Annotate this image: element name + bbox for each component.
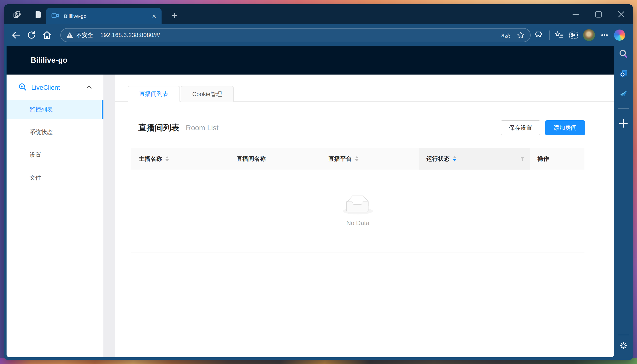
app-header: Bililive-go xyxy=(7,46,614,74)
browser-tab[interactable]: Bililive-go × xyxy=(46,8,162,24)
extensions-icon[interactable] xyxy=(535,30,545,40)
sidebar-group-label: LiveClient xyxy=(31,84,86,92)
close-icon[interactable] xyxy=(617,10,626,19)
column-header-anchor-name[interactable]: 主播名称 xyxy=(131,148,229,170)
sidebar-item-label: 设置 xyxy=(30,151,41,159)
no-data-text: No Data xyxy=(346,219,369,227)
page-subtitle: Room List xyxy=(186,124,218,132)
profile-avatar[interactable] xyxy=(583,29,595,41)
add-sidebar-app-icon[interactable] xyxy=(618,118,628,128)
minimize-icon[interactable] xyxy=(571,10,580,19)
sidebar-divider xyxy=(618,108,629,109)
column-header-room-name: 直播间名称 xyxy=(229,148,321,170)
tab-label: Cookie管理 xyxy=(192,90,222,98)
site-security-badge[interactable]: 不安全 xyxy=(66,32,93,39)
sidebar-group-liveclient[interactable]: LiveClient xyxy=(7,80,103,95)
brand-title: Bililive-go xyxy=(31,56,67,64)
window-controls xyxy=(571,4,626,24)
sidebar-item-system-status[interactable]: 系统状态 xyxy=(7,122,103,142)
chevron-up-icon xyxy=(86,85,92,90)
browser-window: Bililive-go × + xyxy=(4,4,633,360)
security-label: 不安全 xyxy=(76,32,93,39)
search-icon[interactable] xyxy=(618,49,628,59)
sort-carets-icon xyxy=(165,156,169,162)
room-table: 主播名称 直播间名称 直播平台 运行状态 xyxy=(131,148,584,252)
tab-cookie-manage[interactable]: Cookie管理 xyxy=(181,86,234,102)
workspaces-icon[interactable] xyxy=(13,10,22,20)
outlook-icon[interactable] xyxy=(618,69,628,79)
live-monitor-icon xyxy=(18,83,27,92)
column-header-actions: 操作 xyxy=(530,148,584,170)
address-bar[interactable]: 不安全 192.168.3.238:8080/#/ aあ xyxy=(60,28,531,42)
new-tab-button[interactable]: + xyxy=(168,9,181,22)
toolbar-right xyxy=(535,29,625,41)
sidebar-item-monitor-list[interactable]: 监控列表 xyxy=(7,100,103,119)
translate-icon[interactable]: aあ xyxy=(501,31,511,39)
sidebar-content-gap xyxy=(103,74,115,357)
tab-close-icon[interactable]: × xyxy=(152,12,156,20)
browser-tab-strip: Bililive-go × + xyxy=(4,4,633,24)
site-favicon-camera-icon xyxy=(51,12,59,20)
add-room-button[interactable]: 添加房间 xyxy=(545,120,585,135)
browser-toolbar: 不安全 192.168.3.238:8080/#/ aあ xyxy=(4,24,633,46)
more-options-icon[interactable] xyxy=(599,30,610,40)
refresh-icon[interactable] xyxy=(26,30,37,41)
drop-icon[interactable] xyxy=(618,88,628,98)
sort-carets-icon xyxy=(453,156,456,162)
column-label: 直播间名称 xyxy=(237,155,266,163)
edge-sidebar xyxy=(614,46,633,357)
page-head: 直播间列表 Room List 保存设置 添加房间 xyxy=(138,120,585,135)
sidebar-item-label: 文件 xyxy=(30,174,41,182)
copilot-icon[interactable] xyxy=(614,30,625,41)
back-icon[interactable] xyxy=(11,30,22,41)
app-body: LiveClient 监控列表 系统状态 设置 xyxy=(7,74,614,357)
column-header-platform[interactable]: 直播平台 xyxy=(321,148,419,170)
vertical-tabs-icon[interactable] xyxy=(33,10,42,20)
favorites-list-icon[interactable] xyxy=(554,30,564,40)
toolbar-divider xyxy=(549,30,550,40)
tab-title: Bililive-go xyxy=(64,13,152,19)
tab-label: 直播间列表 xyxy=(139,90,168,98)
main-content: 直播间列表 Cookie管理 直播间列表 Room List 保存设置 添加房间 xyxy=(115,74,614,357)
empty-box-icon xyxy=(343,196,373,215)
favorite-star-icon[interactable] xyxy=(517,31,525,39)
app-sidebar: LiveClient 监控列表 系统状态 设置 xyxy=(7,74,103,357)
column-label: 主播名称 xyxy=(139,155,162,163)
screenshot-icon[interactable] xyxy=(568,30,579,40)
sidebar-item-files[interactable]: 文件 xyxy=(7,168,103,187)
column-header-run-status[interactable]: 运行状态 xyxy=(419,148,530,170)
filter-funnel-icon[interactable] xyxy=(520,156,525,161)
sidebar-item-label: 监控列表 xyxy=(30,106,53,113)
column-label: 操作 xyxy=(537,155,549,163)
column-label: 运行状态 xyxy=(426,155,450,163)
sidebar-divider xyxy=(618,335,629,335)
home-icon[interactable] xyxy=(42,30,53,41)
page-viewport: Bililive-go LiveClient xyxy=(7,46,614,357)
settings-gear-icon[interactable] xyxy=(618,341,628,350)
tab-room-list[interactable]: 直播间列表 xyxy=(128,86,180,102)
save-settings-button[interactable]: 保存设置 xyxy=(501,120,540,135)
browser-main-row: Bililive-go LiveClient xyxy=(4,46,633,360)
page-title: 直播间列表 xyxy=(138,122,179,133)
column-label: 直播平台 xyxy=(329,155,352,163)
warning-icon xyxy=(66,32,73,38)
sort-carets-icon xyxy=(355,156,359,162)
table-header-row: 主播名称 直播间名称 直播平台 运行状态 xyxy=(131,148,584,170)
sidebar-item-settings[interactable]: 设置 xyxy=(7,145,103,164)
sidebar-item-label: 系统状态 xyxy=(30,128,53,136)
url-text: 192.168.3.238:8080/#/ xyxy=(100,32,496,38)
content-tabs: 直播间列表 Cookie管理 xyxy=(115,86,614,102)
maximize-icon[interactable] xyxy=(594,10,603,19)
table-empty-state: No Data xyxy=(131,170,584,252)
